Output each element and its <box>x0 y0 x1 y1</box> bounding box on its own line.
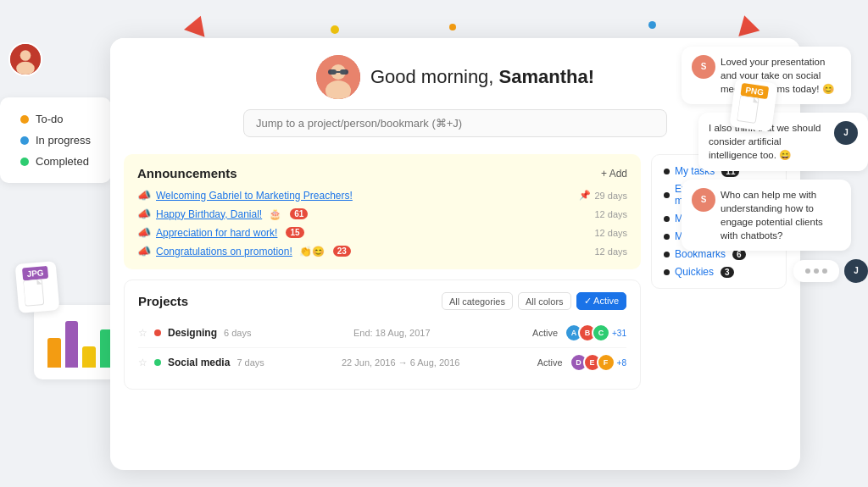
proj-avatar-2c: F <box>597 353 615 372</box>
project-status-2: Active <box>537 357 563 368</box>
ann-icon-4: 📣 <box>137 245 151 257</box>
task-dot-6 <box>664 269 670 275</box>
svg-rect-3 <box>737 96 760 124</box>
legend-label-completed: Completed <box>36 155 89 168</box>
legend-card: To-do In progress Completed <box>0 97 111 183</box>
project-dot-2 <box>154 359 161 366</box>
chat-bubble-3: S Who can help me with understanding how… <box>682 180 851 251</box>
chat-bubble-2: I also think that we should consider art… <box>698 113 868 170</box>
project-date-2: 22 Jun, 2016 → 6 Aug, 2016 <box>271 357 531 368</box>
ann-icon-2: 📣 <box>137 208 151 220</box>
project-name-1: Designing <box>168 327 217 339</box>
task-dot-3 <box>664 216 670 222</box>
projects-card: Projects All categories All colors ✓ Act… <box>124 279 641 390</box>
projects-header: Projects All categories All colors ✓ Act… <box>138 292 626 310</box>
left-column: Announcements + Add 📣 Welcoming Gabriel … <box>124 154 641 390</box>
header-greeting: Good morning, Samantha! <box>316 55 594 99</box>
ann-link-4[interactable]: Congratulations on promotion! <box>156 246 292 257</box>
filter-active[interactable]: ✓ Active <box>576 292 626 310</box>
task-dot-5 <box>664 252 670 257</box>
chart-bar-2 <box>82 346 96 368</box>
ann-days-4: 12 days <box>594 246 627 257</box>
greeting-text: Good morning, Samantha! <box>370 66 594 88</box>
chart-bar-0 <box>47 338 61 368</box>
typing-dot-3 <box>822 268 827 274</box>
deco-dot-yellow-2 <box>449 24 456 30</box>
filter-all-categories[interactable]: All categories <box>442 292 513 310</box>
file-badge-png: PNG <box>730 78 778 132</box>
svg-rect-10 <box>328 69 337 75</box>
chat-bubble-2-container: I also think that we should consider art… <box>682 113 868 170</box>
pin-icon-1: 📌 <box>579 190 591 201</box>
typing-indicator <box>793 260 839 282</box>
task-dot-2 <box>664 192 670 198</box>
chart-bar-1 <box>65 321 79 368</box>
ann-badge-4: 23 <box>333 246 351 257</box>
chat-area: S Loved your presentation and your take … <box>682 47 868 283</box>
proj-count-2: +8 <box>617 358 626 368</box>
greeting-name: Samantha! <box>499 66 594 87</box>
ann-link-2[interactable]: Happy Birthday, Danial! <box>156 208 262 220</box>
project-row-social: ☆ Social media 7 days 22 Jun, 2016 → 6 A… <box>138 348 626 377</box>
typing-dot-2 <box>814 268 819 274</box>
project-status-1: Active <box>532 328 558 338</box>
deco-dot-blue <box>648 21 656 29</box>
task-dot-1 <box>664 169 670 174</box>
deco-dot-yellow-1 <box>331 25 339 34</box>
project-avatars-1: A B C +31 <box>565 324 626 342</box>
legend-item-completed: Completed <box>20 155 91 168</box>
file-badge-jpg: JPG <box>15 261 60 313</box>
project-name-2: Social media <box>168 357 230 368</box>
chat-avatar-1: S <box>692 55 715 79</box>
greeting-prefix: Good morning, <box>370 66 499 87</box>
ann-icon-1: 📣 <box>137 189 151 202</box>
project-row-designing: ☆ Designing 6 days End: 18 Aug, 2017 Act… <box>138 318 626 348</box>
ann-item-2: 📣 Happy Birthday, Danial! 🎂 61 12 days <box>137 208 627 220</box>
ann-item-4: 📣 Congratulations on promotion! 👏😊 23 12… <box>137 245 627 257</box>
chat-avatar-2: J <box>834 121 858 145</box>
proj-avatar-1c: C <box>592 324 610 342</box>
chat-avatar-3: S <box>692 188 715 212</box>
typing-dot-1 <box>805 268 810 274</box>
filter-all-colors[interactable]: All colors <box>518 292 571 310</box>
ann-days-2: 12 days <box>594 209 627 219</box>
ann-link-1[interactable]: Welcoming Gabriel to Marketing Preachers… <box>156 190 353 202</box>
ann-days-3: 12 days <box>594 228 627 238</box>
announcements-header: Announcements + Add <box>137 166 627 180</box>
ann-item-3: 📣 Appreciation for hard work! 15 12 days <box>137 226 627 239</box>
legend-item-inprogress: In progress <box>20 134 91 147</box>
ann-link-3[interactable]: Appreciation for hard work! <box>156 227 277 239</box>
star-icon-2[interactable]: ☆ <box>138 357 147 368</box>
search-input[interactable] <box>243 109 667 137</box>
project-date-1: End: 18 Aug, 2017 <box>258 328 526 338</box>
svg-rect-11 <box>340 69 348 75</box>
deco-triangle-top-right <box>734 13 760 36</box>
deco-triangle-top-left <box>184 12 211 37</box>
announcements-card: Announcements + Add 📣 Welcoming Gabriel … <box>124 154 641 269</box>
proj-count-1: +31 <box>612 329 626 338</box>
legend-dot-inprogress <box>20 136 29 145</box>
project-avatars-2: D E F +8 <box>570 353 626 372</box>
typing-container: J <box>682 259 868 283</box>
projects-title: Projects <box>138 294 188 308</box>
legend-label-inprogress: In progress <box>36 134 91 147</box>
jpg-label: JPG <box>22 266 48 281</box>
star-icon-1[interactable]: ☆ <box>138 327 147 339</box>
add-announcement-button[interactable]: + Add <box>601 168 627 180</box>
task-dot-4 <box>664 234 670 240</box>
chat-text-3: Who can help me with understanding how t… <box>721 190 823 241</box>
ann-badge-3: 15 <box>286 227 303 238</box>
svg-rect-12 <box>337 71 340 73</box>
ann-item-1: 📣 Welcoming Gabriel to Marketing Preache… <box>137 189 627 202</box>
ann-badge-2: 61 <box>290 208 308 219</box>
legend-label-todo: To-do <box>36 113 64 125</box>
ann-icon-3: 📣 <box>137 226 151 239</box>
ann-days-1: 📌 29 days <box>579 190 627 201</box>
filter-row: All categories All colors ✓ Active <box>442 292 626 310</box>
avatar-topleft <box>8 42 42 76</box>
legend-dot-completed <box>20 158 29 166</box>
legend-dot-todo <box>20 115 29 124</box>
project-dot-1 <box>154 329 161 336</box>
announcements-title: Announcements <box>137 166 237 180</box>
project-days-1: 6 days <box>224 328 251 338</box>
